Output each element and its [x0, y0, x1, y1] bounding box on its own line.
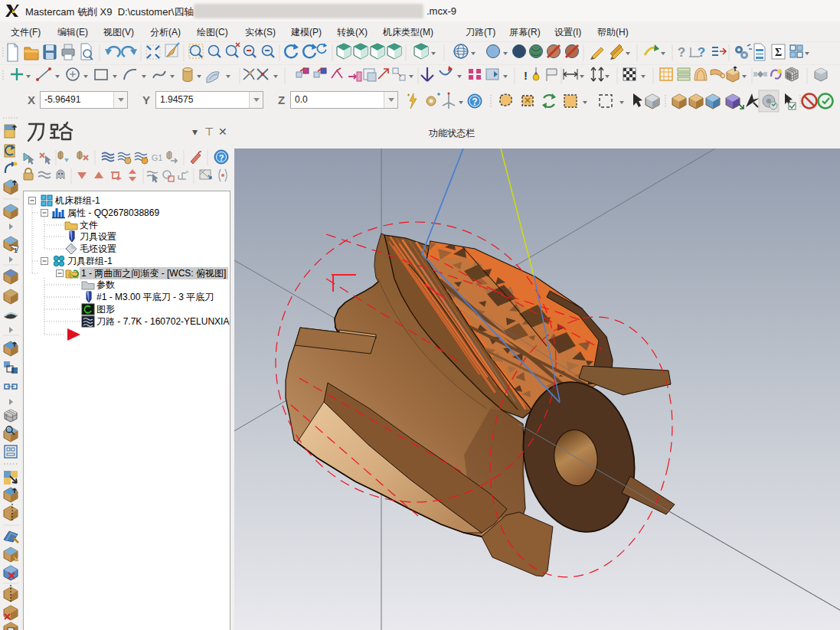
- svg-text:?: ?: [678, 45, 685, 60]
- svg-text:?: ?: [219, 153, 224, 162]
- svg-text:G1: G1: [152, 153, 163, 162]
- svg-text:?: ?: [698, 45, 705, 60]
- svg-text:1: 1: [14, 246, 18, 254]
- svg-text:Σ: Σ: [775, 47, 782, 58]
- svg-text:?: ?: [472, 96, 477, 107]
- svg-text:!: !: [524, 69, 528, 82]
